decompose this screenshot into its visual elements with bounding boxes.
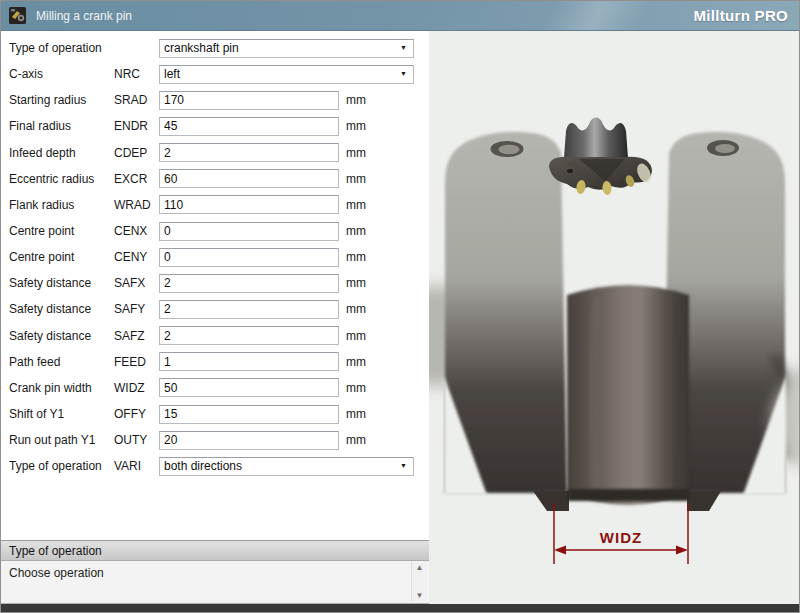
help-text: Choose operation [1, 561, 429, 585]
input-safx[interactable] [159, 274, 339, 293]
input-outy[interactable] [159, 431, 339, 450]
widz-dimension-label: WIDZ [600, 529, 642, 546]
cutter-shank [564, 118, 628, 159]
field-label: Centre point [9, 250, 114, 264]
form-row: C-axisNRCleft▼ [1, 61, 429, 87]
field-label: Infeed depth [9, 146, 114, 160]
form-rows: Type of operationcrankshaft pin▼C-axisNR… [1, 31, 429, 479]
input-endr[interactable] [159, 117, 339, 136]
select-value: crankshaft pin [164, 41, 239, 55]
field-code: OFFY [114, 407, 159, 421]
dialog-window: Milling a crank pin Millturn PRO Type of… [0, 0, 800, 613]
field-label: Starting radius [9, 93, 114, 107]
form-row: Starting radiusSRADmm [1, 87, 429, 113]
help-scrollbar[interactable]: ▲ ▼ [411, 562, 427, 601]
field-label: Type of operation [9, 459, 114, 473]
field-code: FEED [114, 355, 159, 369]
field-label: Safety distance [9, 329, 114, 343]
scroll-up-icon[interactable]: ▲ [416, 562, 424, 573]
field-code: WRAD [114, 198, 159, 212]
form-row: Type of operationVARIboth directions▼ [1, 453, 429, 479]
field-code: SAFX [114, 276, 159, 290]
field-code: ENDR [114, 119, 159, 133]
field-code: NRC [114, 67, 159, 81]
field-code: SAFY [114, 302, 159, 316]
unit-label: mm [346, 198, 366, 212]
form-row: Flank radiusWRADmm [1, 192, 429, 218]
input-safy[interactable] [159, 300, 339, 319]
unit-label: mm [346, 250, 366, 264]
field-label: Safety distance [9, 276, 114, 290]
input-feed[interactable] [159, 352, 339, 371]
form-row: Centre pointCENYmm [1, 244, 429, 270]
crankshaft-3d-preview: WIDZ [429, 31, 799, 604]
form-row: Type of operationcrankshaft pin▼ [1, 35, 429, 61]
preview-panel: WIDZ [429, 31, 799, 604]
scroll-down-icon[interactable]: ▼ [416, 590, 424, 601]
field-code: VARI [114, 459, 159, 473]
window-title: Milling a crank pin [36, 9, 132, 23]
field-code: WIDZ [114, 381, 159, 395]
field-code: SAFZ [114, 329, 159, 343]
unit-label: mm [346, 407, 366, 421]
form-row: Crank pin widthWIDZmm [1, 375, 429, 401]
input-widz[interactable] [159, 378, 339, 397]
bottom-bar [1, 604, 799, 612]
unit-label: mm [346, 433, 366, 447]
chevron-down-icon[interactable]: ▼ [400, 463, 407, 470]
select-operation[interactable]: crankshaft pin▼ [159, 39, 414, 58]
field-code: CDEP [114, 146, 159, 160]
field-label: Shift of Y1 [9, 407, 114, 421]
help-panel: Choose operation ▲ ▼ [1, 561, 429, 604]
title-bar: Milling a crank pin Millturn PRO [1, 1, 799, 31]
unit-label: mm [346, 355, 366, 369]
unit-label: mm [346, 329, 366, 343]
unit-label: mm [346, 172, 366, 186]
unit-label: mm [346, 224, 366, 238]
unit-label: mm [346, 119, 366, 133]
select-nrc[interactable]: left▼ [159, 65, 414, 84]
form-row: Safety distanceSAFYmm [1, 296, 429, 322]
field-code: CENX [114, 224, 159, 238]
section-header: Type of operation [1, 540, 429, 561]
select-vari[interactable]: both directions▼ [159, 457, 414, 476]
field-label: Centre point [9, 224, 114, 238]
input-ceny[interactable] [159, 248, 339, 267]
form-row: Shift of Y1OFFYmm [1, 401, 429, 427]
form-row: Infeed depthCDEPmm [1, 140, 429, 166]
select-value: left [164, 67, 180, 81]
unit-label: mm [346, 146, 366, 160]
field-label: Eccentric radius [9, 172, 114, 186]
field-code: EXCR [114, 172, 159, 186]
input-srad[interactable] [159, 91, 339, 110]
unit-label: mm [346, 93, 366, 107]
form-row: Final radiusENDRmm [1, 113, 429, 139]
input-cenx[interactable] [159, 222, 339, 241]
unit-label: mm [346, 381, 366, 395]
field-code: OUTY [114, 433, 159, 447]
chevron-down-icon[interactable]: ▼ [400, 71, 407, 78]
form-row: Safety distanceSAFXmm [1, 270, 429, 296]
field-code: CENY [114, 250, 159, 264]
crank-pin [567, 285, 689, 505]
form-row: Path feedFEEDmm [1, 349, 429, 375]
field-label: Safety distance [9, 302, 114, 316]
status-footer: Type of operation Choose operation ▲ ▼ [1, 540, 429, 604]
chevron-down-icon[interactable]: ▼ [400, 44, 407, 51]
input-excr[interactable] [159, 169, 339, 188]
field-label: Crank pin width [9, 381, 114, 395]
input-safz[interactable] [159, 326, 339, 345]
app-icon [9, 7, 26, 24]
field-label: Run out path Y1 [9, 433, 114, 447]
titlebar-sheen [539, 1, 655, 31]
brand-logo: Millturn PRO [694, 7, 788, 24]
unit-label: mm [346, 302, 366, 316]
input-offy[interactable] [159, 405, 339, 424]
input-cdep[interactable] [159, 143, 339, 162]
field-label: Path feed [9, 355, 114, 369]
form-row: Centre pointCENXmm [1, 218, 429, 244]
field-label: Flank radius [9, 198, 114, 212]
input-wrad[interactable] [159, 195, 339, 214]
parameter-form-panel: Type of operationcrankshaft pin▼C-axisNR… [1, 31, 429, 604]
field-label: Type of operation [9, 41, 114, 55]
